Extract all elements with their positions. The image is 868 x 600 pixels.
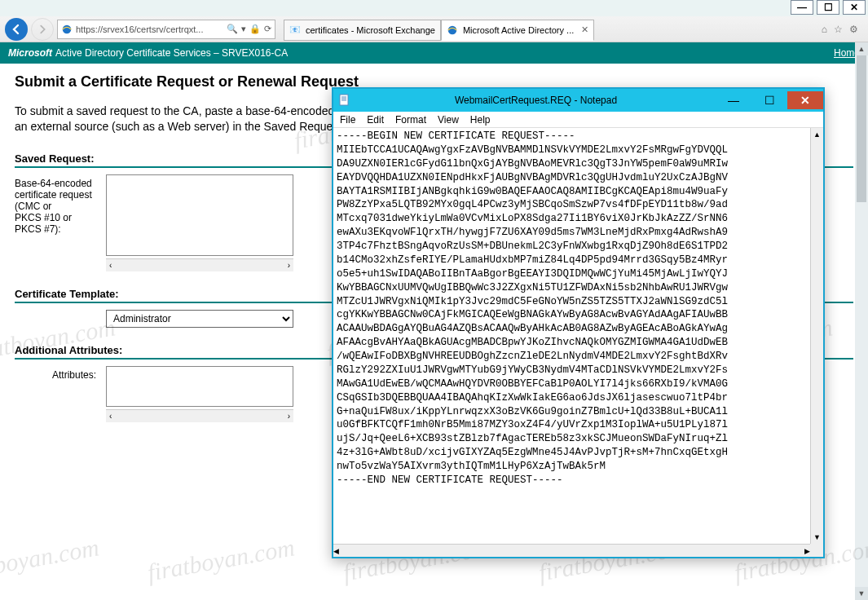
url-text: https://srvex16/certsrv/certrqxt...: [76, 24, 204, 34]
notepad-minimize-button[interactable]: —: [716, 91, 751, 109]
notepad-menu: File Edit Format View Help: [333, 112, 823, 128]
notepad-hscroll[interactable]: ◀ ▶: [333, 544, 810, 557]
menu-edit[interactable]: Edit: [367, 114, 384, 126]
browser-toolbar: https://srvex16/certsrv/certrqxt... 🔍 ▾ …: [0, 16, 868, 42]
back-button[interactable]: [5, 18, 28, 41]
svg-point-0: [63, 24, 72, 33]
forward-button[interactable]: [31, 18, 54, 41]
minimize-button[interactable]: —: [791, 0, 813, 15]
menu-file[interactable]: File: [340, 114, 355, 126]
page-header: Microsoft Active Directory Certificate S…: [0, 42, 868, 64]
page-vscroll[interactable]: ▲ ▼: [855, 42, 868, 600]
notepad-maximize-button[interactable]: ☐: [751, 91, 787, 109]
svg-point-1: [448, 25, 457, 34]
header-title: Active Directory Certificate Services – …: [55, 47, 288, 59]
notepad-text[interactable]: -----BEGIN NEW CERTIFICATE REQUEST----- …: [333, 128, 810, 544]
scroll-down-icon[interactable]: ▼: [855, 587, 868, 600]
menu-help[interactable]: Help: [470, 114, 491, 126]
saved-request-field-wrap: ‹›: [106, 174, 293, 271]
brand: Microsoft: [8, 47, 52, 59]
attributes-label: Attributes:: [15, 366, 96, 381]
menu-view[interactable]: View: [438, 114, 459, 126]
notepad-title: WebmailCertRequest.REQ - Notepad: [356, 95, 716, 106]
saved-request-desc: Base-64-encoded certificate request (CMC…: [15, 174, 96, 235]
tab-icon: 📧: [289, 24, 301, 35]
scroll-thumb[interactable]: [857, 55, 866, 202]
cert-template-select[interactable]: Administrator: [106, 310, 293, 328]
notepad-body: -----BEGIN NEW CERTIFICATE REQUEST----- …: [333, 128, 823, 557]
notepad-window: WebmailCertRequest.REQ - Notepad — ☐ ✕ F…: [332, 87, 825, 558]
refresh-icon[interactable]: ⟳: [264, 24, 271, 34]
notepad-titlebar[interactable]: WebmailCertRequest.REQ - Notepad — ☐ ✕: [333, 89, 823, 112]
arrow-right-icon: [37, 24, 48, 35]
window-chrome: — ☐ ✕: [787, 0, 866, 15]
scroll-down-icon[interactable]: ▼: [811, 531, 823, 544]
attributes-field-wrap: ‹›: [106, 366, 293, 422]
tab-label: Microsoft Active Directory ...: [463, 25, 574, 35]
address-bar[interactable]: https://srvex16/certsrv/certrqxt... 🔍 ▾ …: [57, 20, 275, 39]
tab-close-icon[interactable]: ✕: [581, 24, 588, 35]
tab-label: certificates - Microsoft Exchange: [306, 25, 435, 35]
scroll-corner: [810, 544, 823, 557]
dropdown-icon[interactable]: ▾: [241, 24, 246, 34]
notepad-close-button[interactable]: ✕: [787, 91, 823, 109]
attributes-textarea[interactable]: [106, 366, 293, 407]
tabs: 📧 certificates - Microsoft Exchange Micr…: [284, 18, 822, 41]
notepad-icon: [338, 94, 351, 107]
saved-request-textarea[interactable]: [106, 174, 293, 256]
home-icon[interactable]: ⌂: [822, 24, 827, 35]
menu-format[interactable]: Format: [395, 114, 426, 126]
settings-icon[interactable]: ⚙: [849, 24, 858, 35]
tab-adcs[interactable]: Microsoft Active Directory ... ✕: [441, 20, 594, 41]
scroll-up-icon[interactable]: ▲: [811, 128, 823, 141]
scroll-left-icon[interactable]: ◀: [333, 547, 339, 555]
ie-icon: [61, 24, 73, 35]
close-button[interactable]: ✕: [843, 0, 866, 15]
notepad-vscroll[interactable]: ▲ ▼: [810, 128, 823, 544]
attributes-hscroll[interactable]: ‹›: [106, 409, 293, 422]
search-dropdown-icon[interactable]: 🔍: [227, 24, 238, 34]
browser-tools: ⌂ ☆ ⚙: [822, 24, 863, 35]
arrow-left-icon: [10, 23, 23, 36]
tab-exchange[interactable]: 📧 certificates - Microsoft Exchange: [284, 20, 441, 41]
ie-icon: [447, 24, 458, 36]
favorites-icon[interactable]: ☆: [834, 24, 843, 35]
saved-request-hscroll[interactable]: ‹›: [106, 258, 293, 271]
maximize-button[interactable]: ☐: [817, 0, 839, 15]
scroll-right-icon[interactable]: ▶: [804, 547, 810, 555]
scroll-up-icon[interactable]: ▲: [855, 42, 868, 55]
